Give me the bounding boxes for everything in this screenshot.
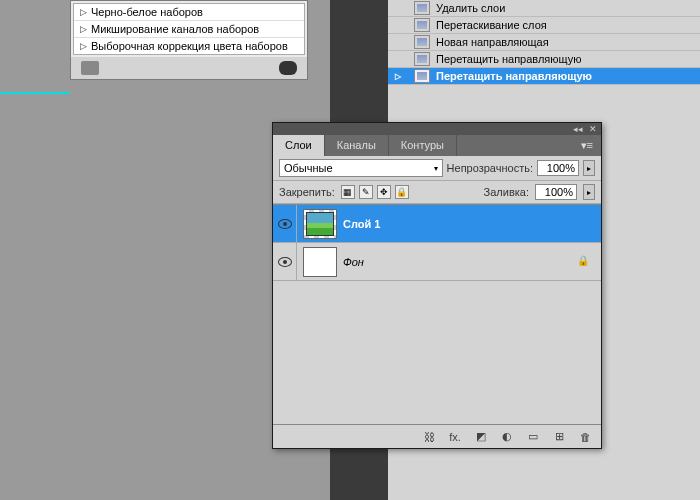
adjustment-item[interactable]: ▷Выборочная коррекция цвета наборов — [74, 38, 304, 54]
new-adjustment-icon[interactable]: ◐ — [499, 430, 515, 444]
opacity-input[interactable]: 100% — [537, 160, 579, 176]
adjustment-label: Выборочная коррекция цвета наборов — [91, 40, 288, 52]
layer-thumbnail[interactable] — [303, 247, 337, 277]
lock-all-icon[interactable]: 🔒 — [395, 185, 409, 199]
expand-arrow-icon: ▷ — [80, 7, 87, 17]
lock-position-icon[interactable]: ✥ — [377, 185, 391, 199]
tab-layers[interactable]: Слои — [273, 135, 325, 156]
history-step-icon — [414, 69, 430, 83]
layer-thumbnail[interactable] — [303, 209, 337, 239]
adjustment-label: Черно-белое наборов — [91, 6, 203, 18]
adjustment-label: Микширование каналов наборов — [91, 23, 259, 35]
layer-name[interactable]: Фон — [343, 256, 577, 268]
history-label: Удалить слои — [436, 2, 505, 14]
layer-row-selected[interactable]: Слой 1 — [273, 205, 601, 243]
visibility-eye-icon[interactable] — [278, 219, 292, 229]
panel-tabs: Слои Каналы Контуры ▾≡ — [273, 135, 601, 156]
adjustment-preset-icon[interactable] — [81, 61, 99, 75]
history-item[interactable]: Перетаскивание слоя — [388, 17, 700, 34]
lock-pixels-icon[interactable]: ✎ — [359, 185, 373, 199]
history-item-selected[interactable]: ▷Перетащить направляющую — [388, 68, 700, 85]
lock-transparency-icon[interactable]: ▦ — [341, 185, 355, 199]
adjustments-panel: ▷Черно-белое наборов ▷Микширование канал… — [70, 0, 308, 80]
layer-fx-icon[interactable]: fx. — [447, 430, 463, 444]
close-icon[interactable]: ✕ — [589, 124, 597, 134]
opacity-flyout-icon[interactable]: ▸ — [583, 160, 595, 176]
tab-channels[interactable]: Каналы — [325, 135, 389, 156]
adjustment-item[interactable]: ▷Черно-белое наборов — [74, 4, 304, 21]
history-label: Перетаскивание слоя — [436, 19, 547, 31]
layer-name[interactable]: Слой 1 — [343, 218, 601, 230]
link-layers-icon[interactable]: ⛓ — [421, 430, 437, 444]
history-label: Перетащить направляющую — [436, 53, 581, 65]
history-step-icon — [414, 35, 430, 49]
new-group-icon[interactable]: ▭ — [525, 430, 541, 444]
opacity-label: Непрозрачность: — [447, 162, 533, 174]
history-step-icon — [414, 52, 430, 66]
fill-label: Заливка: — [484, 186, 529, 198]
blend-mode-value: Обычные — [284, 162, 333, 174]
fill-flyout-icon[interactable]: ▸ — [583, 184, 595, 200]
panel-titlebar[interactable]: ◂◂ ✕ — [273, 123, 601, 135]
history-label: Новая направляющая — [436, 36, 549, 48]
blend-mode-select[interactable]: Обычные — [279, 159, 443, 177]
tab-paths[interactable]: Контуры — [389, 135, 457, 156]
visibility-eye-icon[interactable] — [278, 257, 292, 267]
expand-arrow-icon: ▷ — [80, 41, 87, 51]
add-mask-icon[interactable]: ◩ — [473, 430, 489, 444]
delete-layer-icon[interactable]: 🗑 — [577, 430, 593, 444]
lock-label: Закрепить: — [279, 186, 335, 198]
layers-panel: ◂◂ ✕ Слои Каналы Контуры ▾≡ Обычные Непр… — [272, 122, 602, 449]
expand-arrow-icon: ▷ — [80, 24, 87, 34]
adjustment-new-icon[interactable] — [279, 61, 297, 75]
new-layer-icon[interactable]: ⊞ — [551, 430, 567, 444]
history-step-icon — [414, 18, 430, 32]
lock-indicator-icon: 🔒 — [577, 255, 591, 269]
history-label: Перетащить направляющую — [436, 70, 592, 82]
adjustment-item[interactable]: ▷Микширование каналов наборов — [74, 21, 304, 38]
fill-input[interactable]: 100% — [535, 184, 577, 200]
history-item[interactable]: Удалить слои — [388, 0, 700, 17]
history-item[interactable]: Перетащить направляющую — [388, 51, 700, 68]
collapse-icon[interactable]: ◂◂ — [573, 124, 583, 134]
history-step-icon — [414, 1, 430, 15]
history-item[interactable]: Новая направляющая — [388, 34, 700, 51]
layer-list: Слой 1 Фон 🔒 — [273, 204, 601, 424]
current-step-arrow-icon: ▷ — [395, 72, 401, 81]
layers-footer: ⛓ fx. ◩ ◐ ▭ ⊞ 🗑 — [273, 424, 601, 448]
history-panel: Удалить слои Перетаскивание слоя Новая н… — [388, 0, 700, 85]
panel-menu-icon[interactable]: ▾≡ — [573, 135, 601, 156]
layer-row[interactable]: Фон 🔒 — [273, 243, 601, 281]
